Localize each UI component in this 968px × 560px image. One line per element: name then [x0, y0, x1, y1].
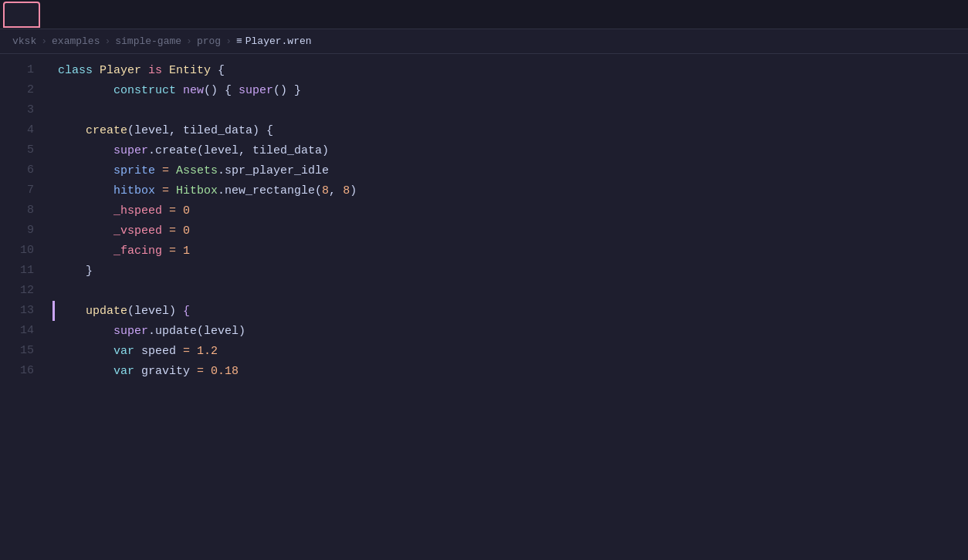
- token-6-1: =: [162, 164, 176, 177]
- line-number-7: 7: [0, 180, 34, 201]
- token-7-2: Hitbox: [176, 184, 218, 197]
- line-tokens-8: _hspeed = 0: [58, 205, 190, 217]
- token-16-1: gravity: [141, 365, 197, 378]
- breadcrumb-file-icon: ≡: [236, 35, 242, 47]
- token-6-2: Assets: [176, 164, 218, 177]
- token-13-1: (level): [127, 305, 183, 318]
- breadcrumb-file: ≡ Player.wren: [236, 35, 312, 47]
- code-line-2: construct new() { super() }: [52, 80, 968, 100]
- breadcrumb-file-name: Player.wren: [245, 35, 312, 47]
- line-number-2: 2: [0, 80, 34, 100]
- line-number-11: 11: [0, 261, 34, 281]
- line-number-8: 8: [0, 201, 34, 221]
- line-number-10: 10: [0, 241, 34, 261]
- token-4-0: create: [58, 124, 127, 137]
- token-5-0: super: [58, 144, 148, 157]
- token-5-1: .create(level, tiled_data): [148, 144, 329, 157]
- line-indicator: [52, 301, 55, 321]
- token-16-0: var: [58, 365, 141, 378]
- code-line-13: update(level) {: [52, 301, 968, 321]
- breadcrumb-sep-4: ›: [225, 35, 232, 47]
- token-1-1: Player: [100, 64, 148, 77]
- code-line-4: create(level, tiled_data) {: [52, 120, 968, 140]
- token-16-2: =: [197, 365, 211, 378]
- token-1-3: Entity: [169, 64, 218, 77]
- token-7-1: =: [162, 184, 176, 197]
- tab-player-wren[interactable]: [3, 2, 40, 28]
- line-number-6: 6: [0, 160, 34, 180]
- line-tokens-1: class Player is Entity {: [58, 65, 225, 76]
- line-tokens-4: create(level, tiled_data) {: [58, 125, 273, 137]
- code-line-15: var speed = 1.2: [52, 341, 968, 361]
- token-11-0: }: [58, 265, 93, 278]
- code-editor[interactable]: 12345678910111213141516 class Player is …: [0, 54, 968, 560]
- token-2-4: () }: [273, 84, 301, 97]
- line-tokens-11: }: [58, 265, 93, 277]
- line-tokens-6: sprite = Assets.spr_player_idle: [58, 165, 329, 177]
- breadcrumb-vksk: vksk: [12, 35, 36, 47]
- code-line-16: var gravity = 0.18: [52, 361, 968, 381]
- tab-bar: [0, 0, 968, 29]
- token-7-3: .new_rectangle(: [218, 184, 322, 197]
- token-8-1: =: [169, 204, 183, 218]
- token-6-0: sprite: [58, 164, 162, 177]
- token-7-4: 8: [322, 184, 329, 197]
- token-7-6: 8: [343, 184, 350, 197]
- token-15-2: =: [183, 345, 197, 358]
- token-2-2: () {: [204, 84, 239, 97]
- token-7-0: hitbox: [58, 184, 162, 197]
- code-line-6: sprite = Assets.spr_player_idle: [52, 160, 968, 180]
- token-7-7: ): [350, 184, 357, 197]
- token-1-4: {: [218, 64, 225, 77]
- line-number-13: 13: [0, 301, 34, 321]
- token-15-3: 1.2: [197, 345, 218, 358]
- line-number-16: 16: [0, 361, 34, 381]
- token-4-1: (level, tiled_data) {: [127, 124, 273, 137]
- token-14-1: .update(level): [148, 325, 245, 338]
- code-line-7: hitbox = Hitbox.new_rectangle(8, 8): [52, 180, 968, 201]
- token-14-0: super: [58, 325, 148, 338]
- line-tokens-5: super.create(level, tiled_data): [58, 145, 329, 157]
- breadcrumb: vksk › examples › simple-game › prog › ≡…: [0, 29, 968, 54]
- code-line-3: [52, 100, 968, 120]
- token-15-0: var: [58, 345, 141, 358]
- token-9-0: _vspeed: [58, 224, 169, 238]
- code-line-10: _facing = 1: [52, 241, 968, 261]
- breadcrumb-simple-game: simple-game: [115, 35, 181, 47]
- line-tokens-9: _vspeed = 0: [58, 225, 190, 237]
- line-number-3: 3: [0, 100, 34, 120]
- line-number-4: 4: [0, 120, 34, 140]
- code-line-12: [52, 281, 968, 301]
- token-16-3: 0.18: [211, 365, 239, 378]
- breadcrumb-sep-3: ›: [186, 35, 192, 47]
- line-tokens-16: var gravity = 0.18: [58, 366, 239, 377]
- tab-close-button[interactable]: [26, 13, 29, 16]
- token-8-2: 0: [183, 204, 190, 218]
- line-number-9: 9: [0, 221, 34, 241]
- code-content[interactable]: class Player is Entity { construct new()…: [46, 54, 968, 560]
- code-line-11: }: [52, 261, 968, 281]
- token-9-2: 0: [183, 224, 190, 238]
- token-7-5: ,: [329, 184, 343, 197]
- token-2-3: super: [239, 84, 273, 97]
- token-1-0: class: [58, 64, 100, 77]
- token-10-0: _facing: [58, 245, 169, 258]
- token-15-1: speed: [141, 345, 183, 358]
- token-6-3: .spr_player_idle: [218, 164, 329, 177]
- token-10-1: =: [169, 245, 183, 258]
- token-10-2: 1: [183, 245, 190, 258]
- token-9-1: =: [169, 224, 183, 238]
- token-1-2: is: [148, 64, 169, 77]
- token-13-0: update: [58, 305, 127, 318]
- line-number-5: 5: [0, 140, 34, 160]
- code-line-8: _hspeed = 0: [52, 201, 968, 221]
- token-8-0: _hspeed: [58, 204, 169, 218]
- line-tokens-10: _facing = 1: [58, 245, 190, 257]
- line-number-1: 1: [0, 60, 34, 80]
- line-numbers: 12345678910111213141516: [0, 54, 46, 560]
- line-number-12: 12: [0, 281, 34, 301]
- line-tokens-7: hitbox = Hitbox.new_rectangle(8, 8): [58, 185, 357, 197]
- token-2-1: new: [183, 84, 204, 97]
- line-tokens-2: construct new() { super() }: [58, 85, 301, 96]
- code-line-9: _vspeed = 0: [52, 221, 968, 241]
